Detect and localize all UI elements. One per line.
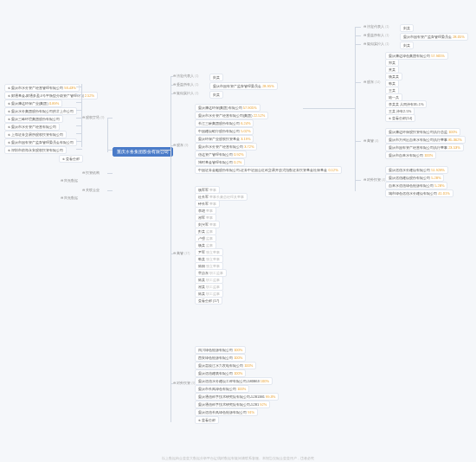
mid-control-lbl[interactable]: ⊖ 疑似实控人 (1): [173, 91, 199, 95]
mid-share-item[interactable]: 重庆市水务资产经营有限公司(集团) 22.52%: [195, 112, 268, 119]
r-outinv-item[interactable]: 自来水远信绿色能源有限公司 5.28%: [385, 182, 447, 189]
mid-outinv-item[interactable]: 重庆通信科学技术研究院有限公司-5281381 99.3%: [195, 393, 279, 401]
r-share-lbl[interactable]: ⊖ 股东 (14): [363, 80, 380, 84]
r-control[interactable]: 刘某: [400, 42, 414, 49]
mid-share-item[interactable]: 博时基金管理有限公司 0.2%: [195, 158, 245, 166]
eqhold-item[interactable]: ⊕ 重庆市水务资产经营有限公司: [4, 123, 60, 131]
mid-exec-more[interactable]: 查看全部 (17): [195, 297, 222, 305]
mid-benefit-lbl[interactable]: ⊖ 受益所有人 (1): [173, 82, 199, 87]
eqhold-item[interactable]: ⊕ 重庆市水务资产经营管理有限公司 93.43%: [4, 84, 80, 92]
eqhold-item[interactable]: ⊕ 财通基金-财通多盈4号平衡型分级资产管理计划 2.52%: [4, 92, 98, 99]
mid-outinv-item[interactable]: 重庆市长风绿色有限公司 100%: [195, 385, 249, 393]
mid-outinv-item[interactable]: 重庆通信科学技术研究院有限公司-5281 92%: [195, 401, 270, 408]
r-benefit[interactable]: 重庆市国有资产监督管理委员会 28.05%: [400, 33, 468, 41]
r-exec-item[interactable]: 重庆康达环保股投资有限公司执行总监 100%: [385, 128, 460, 136]
r-legal[interactable]: 刘某: [400, 24, 414, 32]
mid-outinv-item[interactable]: 西安绿色能源有限公司 100%: [195, 354, 246, 362]
mid-share-item[interactable]: 信达资产管理有限公司 0.92%: [195, 151, 247, 158]
label-related[interactable]: ⊖ 关联企业: [82, 188, 100, 192]
mid-share-item[interactable]: 重庆市水务资产经营有限公司 3.72%: [195, 143, 257, 151]
eqhold-item[interactable]: ⊕ 重庆水务集团股份有限公司的非上市公司: [4, 107, 77, 115]
mid-share-item[interactable]: 中国建设银行股份有限公司 5.02%: [195, 127, 254, 135]
mid-outinv-more[interactable]: ⊕ 查看全部: [195, 416, 219, 424]
eqhold-more[interactable]: ⊕ 查看全部: [59, 155, 83, 163]
eqhold-item[interactable]: ⊕ 重庆市国有资产监督管理委员会有限公司: [4, 138, 77, 146]
r-exec-lbl[interactable]: ⊖ 高管 (4): [363, 138, 379, 143]
mid-legal-lbl[interactable]: ⊖ 法定代表人 (1): [173, 74, 199, 78]
label-invest[interactable]: ⊖ 投资机构: [82, 170, 100, 175]
footer-text: 以上数据由企查查大数据分析平台提供|对数据有疑问请联系客服。本报告仅限企查查用户…: [0, 457, 476, 460]
mid-outinv-item[interactable]: 重庆远信建筑有限公司 100%: [195, 369, 246, 377]
mid-legal[interactable]: 刘某: [209, 74, 223, 81]
mid-exec-lbl[interactable]: ⊖ 高管 (17): [173, 251, 190, 255]
r-exec-item[interactable]: 重庆市自来水有限公司 100%: [385, 151, 436, 159]
mid-share-item[interactable]: 重庆康达环保(集团)有限公司 57.905%: [195, 104, 261, 112]
mid-share-item[interactable]: 中国证券金融股份有限公司-证券中证国企红利交易开放式指数证券投资基金社保基金 0…: [195, 166, 342, 174]
mid-outinv-item[interactable]: 重庆嘉陵江水力发电有限公司 100%: [195, 362, 256, 369]
mid-outinv-item[interactable]: 重庆远信水务建设工程有限公司-580863 100%: [195, 377, 273, 385]
mid-benefit[interactable]: 重庆市国有资产监督管理委员会 28.95%: [209, 82, 278, 90]
r-outinv-item[interactable]: 城市绿色远信水务建设有限公司 41.01%: [385, 189, 453, 197]
r-exec-item[interactable]: 重庆市万州区自来水有限公司执行董事 85.362%: [385, 136, 466, 144]
eqhold-item[interactable]: ⊕ 重庆康达环保产业(集团) 0.89%: [4, 99, 62, 107]
mid-control[interactable]: 刘某: [209, 91, 223, 99]
related-none: ⊖ 暂无数据: [61, 196, 78, 200]
eqhold-item[interactable]: ⊕ 重庆三峰环境集团股份有限公司: [4, 115, 63, 123]
r-outinv-lbl[interactable]: ⊖ 对外投资 (4): [363, 177, 386, 182]
r-outinv-item[interactable]: 重庆远信水务建设有限公司 51.928%: [385, 166, 448, 174]
invest-none: ⊖ 暂无数据: [61, 178, 78, 183]
label-eqhold[interactable]: ⊖ 股权穿透 (9): [82, 115, 105, 119]
mid-outinv-item[interactable]: 四川绿色能源有限公司 100%: [195, 346, 246, 354]
r-benefit-lbl[interactable]: ⊖ 受益所有人 (1): [363, 33, 389, 37]
r-exec-item[interactable]: 重庆市国有资产经营有限公司执行董事 23.53%: [385, 144, 464, 151]
eqhold-item[interactable]: ⊕ 深圳市前海永安股权投资有限公司: [4, 146, 67, 154]
root-company[interactable]: 重庆水务集团股份有限公司: [113, 147, 173, 157]
r-legal-lbl[interactable]: ⊖ 法定代表人 (1): [363, 24, 389, 29]
r-outinv-item[interactable]: 重庆远信建设股份有限公司 5.28%: [385, 174, 444, 182]
r-share-more[interactable]: ⊕ 查看全部(14): [385, 114, 415, 122]
mid-share-lbl[interactable]: ⊖ 股东 (9): [173, 143, 189, 147]
mid-outinv-item[interactable]: 重庆远信长风绿色能源有限公司 91%: [195, 408, 258, 416]
mid-share-item[interactable]: 重庆环保产业股权投资基金 3.19%: [195, 135, 254, 143]
mid-outinv-lbl[interactable]: ⊖ 对外投资 (9): [173, 381, 196, 385]
eqhold-item[interactable]: ⊕ 上海证券交易所股权投资有限公司: [4, 131, 67, 138]
mid-share-item[interactable]: 长江三峡集团股份有限公司 6.24%: [195, 119, 254, 127]
r-control-lbl[interactable]: ⊖ 疑似实控人 (1): [363, 42, 389, 46]
